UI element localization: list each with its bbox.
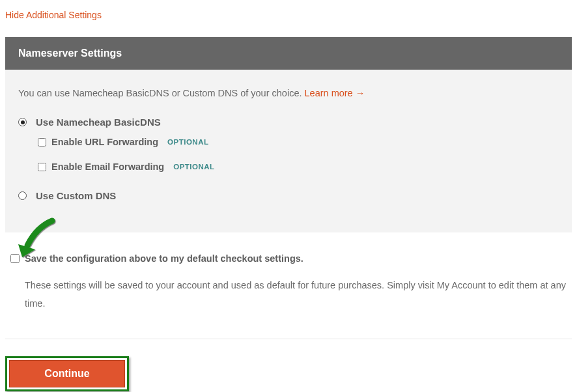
url-forwarding-label[interactable]: Enable URL Forwarding xyxy=(51,137,158,147)
panel-body: You can use Namecheap BasicDNS or Custom… xyxy=(5,70,572,232)
continue-button[interactable]: Continue xyxy=(9,360,125,387)
intro-plain-text: You can use Namecheap BasicDNS or Custom… xyxy=(18,88,305,98)
optional-badge: OPTIONAL xyxy=(167,138,208,146)
section-divider xyxy=(5,339,572,339)
learn-more-link[interactable]: Learn more → xyxy=(305,88,365,98)
intro-text: You can use Namecheap BasicDNS or Custom… xyxy=(18,88,559,98)
save-config-checkbox[interactable] xyxy=(10,254,20,263)
save-config-section: Save the configuration above to my defau… xyxy=(5,239,572,319)
basic-dns-radio[interactable] xyxy=(18,118,27,126)
email-forwarding-row: Enable Email Forwarding OPTIONAL xyxy=(38,161,559,172)
email-forwarding-checkbox[interactable] xyxy=(38,163,46,171)
basic-dns-sub-options: Enable URL Forwarding OPTIONAL Enable Em… xyxy=(38,137,559,172)
basic-dns-option-row: Use Namecheap BasicDNS xyxy=(18,117,559,128)
custom-dns-label[interactable]: Use Custom DNS xyxy=(36,190,116,201)
custom-dns-option-row: Use Custom DNS xyxy=(18,190,559,201)
email-forwarding-label[interactable]: Enable Email Forwarding xyxy=(51,161,164,172)
custom-dns-radio[interactable] xyxy=(18,191,27,200)
hide-additional-settings-link[interactable]: Hide Additional Settings xyxy=(5,10,102,20)
panel-title: Nameserver Settings xyxy=(5,37,572,70)
save-config-description: These settings will be saved to your acc… xyxy=(25,277,567,313)
url-forwarding-row: Enable URL Forwarding OPTIONAL xyxy=(38,137,559,147)
nameserver-settings-panel: Nameserver Settings You can use Namechea… xyxy=(5,37,572,232)
save-config-row: Save the configuration above to my defau… xyxy=(10,253,567,264)
optional-badge: OPTIONAL xyxy=(173,163,214,171)
url-forwarding-checkbox[interactable] xyxy=(38,138,46,147)
basic-dns-label[interactable]: Use Namecheap BasicDNS xyxy=(36,117,161,128)
continue-highlight-box: Continue xyxy=(5,356,129,391)
save-config-label[interactable]: Save the configuration above to my defau… xyxy=(25,253,303,264)
